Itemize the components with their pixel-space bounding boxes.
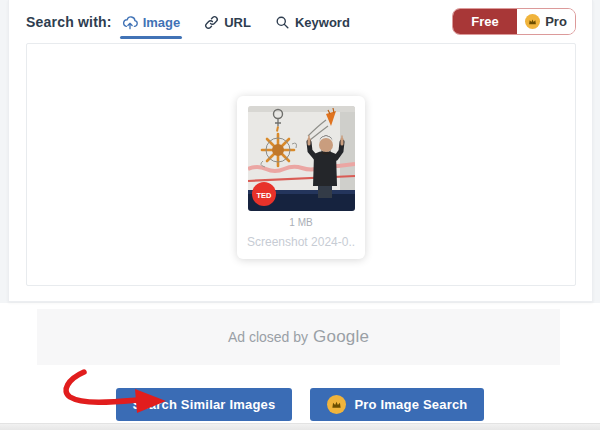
crown-icon [525,14,540,29]
search-mode-header: Search with: Image URL [9,0,592,43]
link-icon [204,15,219,30]
search-mode-tabs: Image URL Keyword [122,0,350,43]
cloud-upload-icon [122,16,138,30]
pro-image-search-button[interactable]: Pro Image Search [310,388,484,421]
tab-url[interactable]: URL [204,0,251,43]
uploaded-file-card: TED 1 MB Screenshot 2024-0... [237,96,365,259]
search-icon [275,15,290,30]
search-with-label: Search with: [26,14,112,30]
plan-toggle: Free Pro [452,8,576,35]
search-similar-images-label: Search Similar Images [133,397,276,412]
actions-row: Search Similar Images Pro Image Search [0,388,600,421]
upload-drop-area[interactable]: TED 1 MB Screenshot 2024-0... [26,43,576,286]
bottom-edge-strip [0,423,600,430]
pro-plan-label: Pro [545,14,567,29]
tab-url-label: URL [224,15,251,30]
ad-closed-text: Ad closed by [228,329,308,345]
tab-image-label: Image [143,15,181,30]
google-wordmark: Google [313,327,369,347]
ad-banner: Ad closed by Google [37,309,560,365]
search-tool-card: Search with: Image URL [8,0,593,302]
free-plan-button[interactable]: Free [453,9,517,34]
tab-keyword-label: Keyword [295,15,350,30]
file-name-label: Screenshot 2024-0... [247,235,355,249]
search-similar-images-button[interactable]: Search Similar Images [116,388,293,421]
tab-image[interactable]: Image [122,0,181,43]
uploaded-image-thumbnail: TED [248,106,355,211]
crown-icon [327,395,346,414]
pro-plan-button[interactable]: Pro [517,9,575,34]
pro-image-search-label: Pro Image Search [354,397,467,412]
tab-keyword[interactable]: Keyword [275,0,350,43]
file-size-label: 1 MB [247,217,355,228]
ted-logo-text: TED [256,191,272,200]
